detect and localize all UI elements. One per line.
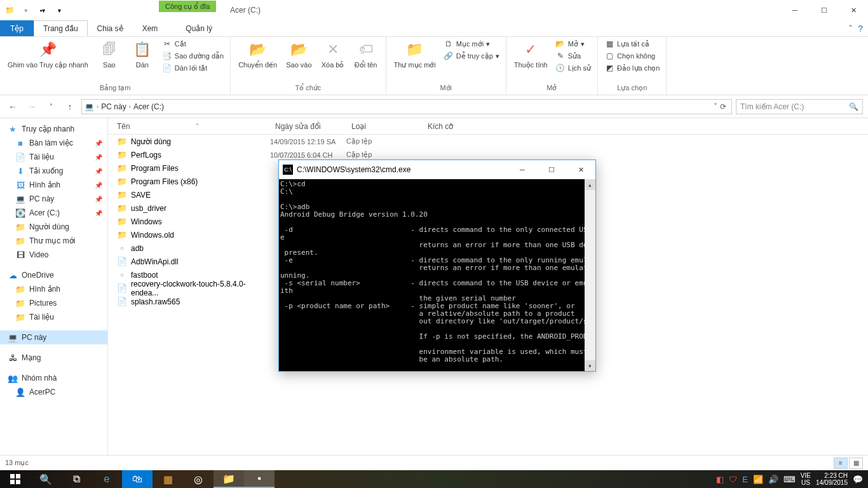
sidebar-quick-access[interactable]: ★Truy cập nhanh — [0, 122, 107, 136]
tab-view[interactable]: Xem — [133, 20, 168, 36]
rename-button[interactable]: 🏷Đổi tên — [351, 38, 381, 70]
cmd-maximize-button[interactable]: ☐ — [537, 160, 566, 179]
qat-props-icon[interactable]: ▫ — [19, 3, 33, 17]
breadcrumb[interactable]: 💻 › PC này › Acer (C:) ˅ ⟳ — [81, 99, 732, 114]
properties-button[interactable]: ✓Thuộc tính — [512, 38, 550, 70]
language-indicator[interactable]: VIE US — [801, 472, 811, 486]
help-icon[interactable]: ? — [858, 24, 863, 34]
sidebar-network[interactable]: 🖧Mạng — [0, 351, 107, 365]
chevron-right-icon[interactable]: › — [129, 103, 131, 110]
sidebar-homegroup[interactable]: 👥Nhóm nhà — [0, 371, 107, 385]
move-to-button[interactable]: 📂Chuyển đến — [236, 38, 280, 70]
column-name[interactable]: Tên˄ — [108, 122, 270, 131]
copy-path-button[interactable]: 📑Sao đường dẫn — [161, 50, 225, 62]
search-input[interactable]: Tìm kiếm Acer (C:) 🔍 — [736, 99, 863, 114]
close-button[interactable]: ✕ — [839, 0, 868, 20]
sidebar-video[interactable]: 🎞Video — [0, 248, 107, 262]
sidebar-acer-c[interactable]: 💽Acer (C:)📌 — [0, 206, 107, 220]
easy-access-button[interactable]: 🔗Dễ truy cập ▾ — [442, 50, 501, 62]
edit-button[interactable]: ✎Sửa — [554, 50, 592, 62]
ribbon-collapse-icon[interactable]: ˄ — [848, 24, 853, 34]
tab-manage[interactable]: Quản lý — [176, 20, 222, 36]
search-button[interactable]: 🔍 — [31, 470, 61, 488]
column-size[interactable]: Kích cỡ — [423, 122, 486, 131]
wifi-icon[interactable]: 📶 — [753, 475, 763, 484]
breadcrumb-drive[interactable]: Acer (C:) — [133, 102, 164, 111]
sidebar-pictures[interactable]: 🖼Hình ảnh📌 — [0, 178, 107, 192]
select-none-button[interactable]: ▢Chọn không — [603, 50, 661, 62]
thumbnails-view-button[interactable]: ▦ — [849, 458, 863, 469]
open-button[interactable]: 📂Mở ▾ — [554, 38, 592, 50]
details-view-button[interactable]: ≡ — [834, 458, 848, 469]
tab-file[interactable]: Tệp — [0, 20, 34, 36]
recent-button[interactable]: ˅ — [43, 99, 58, 114]
tab-share[interactable]: Chia sẻ — [88, 20, 133, 36]
start-button[interactable] — [0, 470, 31, 488]
cmd-titlebar[interactable]: C:\ C:\WINDOWS\system32\cmd.exe ─ ☐ ✕ — [279, 160, 595, 179]
new-folder-button[interactable]: 📁Thư mục mới — [391, 38, 438, 70]
task-view-button[interactable]: ⧉ — [61, 470, 92, 488]
up-button[interactable]: ↑ — [62, 99, 78, 114]
delete-button[interactable]: ✕Xóa bỏ — [318, 38, 348, 70]
address-dropdown-icon[interactable]: ˅ — [714, 102, 717, 111]
svg-rect-3 — [16, 480, 20, 484]
sidebar-od-pictures2[interactable]: 📁Pictures — [0, 296, 107, 310]
select-all-button[interactable]: ▦Lựa tất cả — [603, 38, 661, 50]
input-icon[interactable]: ⌨ — [783, 475, 796, 484]
cmd-minimize-button[interactable]: ─ — [508, 160, 537, 179]
sidebar-documents[interactable]: 📄Tài liệu📌 — [0, 150, 107, 164]
invert-selection-button[interactable]: ◩Đảo lựa chọn — [603, 62, 661, 74]
cmd-scrollbar[interactable]: ▴ ▾ — [585, 179, 595, 371]
pin-quick-access-button[interactable]: 📌 Ghim vào Truy cập nhanh — [5, 38, 91, 70]
sidebar-desktop[interactable]: ■Bàn làm việc📌 — [0, 136, 107, 150]
forward-button[interactable]: → — [24, 99, 39, 114]
cmd-close-button[interactable]: ✕ — [566, 160, 595, 179]
sidebar-new-folder[interactable]: 📁Thư mục mới — [0, 234, 107, 248]
notifications-icon[interactable]: 💬 — [853, 475, 863, 484]
store-button[interactable]: 🛍 — [122, 470, 153, 488]
paste-shortcut-button[interactable]: 📄Dán lối tắt — [161, 62, 225, 74]
column-type[interactable]: Loại — [346, 122, 423, 131]
back-button[interactable]: ← — [5, 99, 20, 114]
sidebar-downloads[interactable]: ⬇Tải xuống📌 — [0, 164, 107, 178]
clock[interactable]: 2:23 CH 14/09/2015 — [816, 472, 848, 486]
scroll-up-icon[interactable]: ▴ — [585, 179, 595, 190]
file-name: Program Files — [131, 164, 179, 173]
volume-icon[interactable]: 🔊 — [768, 475, 778, 484]
scroll-down-icon[interactable]: ▾ — [585, 360, 595, 371]
column-date[interactable]: Ngày sửa đổi — [270, 122, 346, 131]
sidebar-onedrive[interactable]: ☁OneDrive — [0, 268, 107, 282]
file-row[interactable]: 📁Người dùng14/09/2015 12:19 SACặp tệp — [108, 135, 868, 148]
sidebar-label: Thư mục mới — [29, 236, 75, 245]
maximize-button[interactable]: ☐ — [810, 0, 839, 20]
qat-new-icon[interactable]: ▪▾ — [36, 3, 50, 17]
copy-button[interactable]: 🗐 Sao — [95, 38, 124, 70]
copy-to-button[interactable]: 📂Sao vào — [283, 38, 314, 70]
tab-home[interactable]: Trang đầu — [34, 20, 88, 36]
antivirus-icon[interactable]: 🛡 — [729, 475, 737, 484]
sidebar-this-pc[interactable]: 💻PC này📌 — [0, 192, 107, 206]
sidebar-acerpc[interactable]: 👤AcerPC — [0, 385, 107, 399]
sidebar-users[interactable]: 📁Người dùng — [0, 220, 107, 234]
tray-icon[interactable]: ◧ — [716, 475, 724, 484]
explorer-taskbar-button[interactable]: 📁 — [214, 470, 244, 488]
refresh-icon[interactable]: ⟳ — [720, 102, 726, 111]
cut-button[interactable]: ✂Cắt — [161, 38, 225, 50]
cmd-body[interactable]: C:\>cd C:\ C:\>adb Android Debug Bridge … — [279, 179, 595, 371]
new-item-button[interactable]: 🗋Mục mới ▾ — [442, 38, 501, 50]
tray-app-icon[interactable]: E — [742, 475, 748, 484]
app-button[interactable]: ▦ — [153, 470, 183, 488]
search-icon[interactable]: 🔍 — [849, 102, 858, 111]
chevron-right-icon[interactable]: › — [97, 103, 98, 110]
app2-button[interactable]: ◎ — [183, 470, 214, 488]
edge-button[interactable]: e — [92, 470, 122, 488]
sidebar-this-pc2[interactable]: 💻PC này — [0, 330, 107, 344]
sidebar-od-documents[interactable]: 📁Tài liệu — [0, 310, 107, 324]
minimize-button[interactable]: ─ — [780, 0, 810, 20]
breadcrumb-pc[interactable]: PC này — [101, 102, 126, 111]
paste-button[interactable]: 📋 Dán — [128, 38, 157, 70]
cmd-taskbar-button[interactable]: ▪ — [244, 470, 275, 488]
history-button[interactable]: 🕓Lịch sử — [554, 62, 592, 74]
sidebar-od-pictures[interactable]: 📁Hình ảnh — [0, 282, 107, 296]
qat-customize-icon[interactable]: ▾ — [52, 3, 66, 17]
